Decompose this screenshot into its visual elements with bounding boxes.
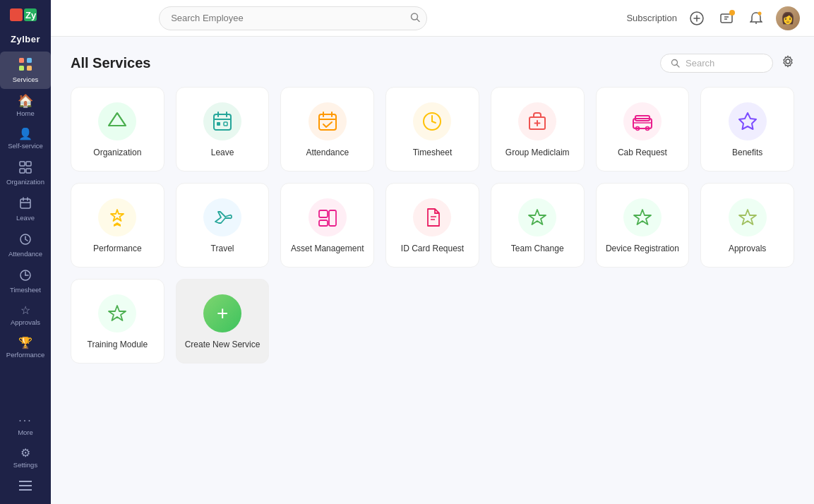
svg-rect-5 xyxy=(27,58,32,63)
service-card-group-mediclaim[interactable]: Group Mediclaim xyxy=(491,87,585,172)
service-card-benefits[interactable]: Benefits xyxy=(700,87,794,172)
help-icon-button[interactable] xyxy=(717,8,736,28)
sidebar-item-approvals[interactable]: ☆ Approvals xyxy=(0,299,51,332)
settings-icon: ⚙ xyxy=(20,448,30,459)
help-badge xyxy=(729,10,735,16)
svg-point-35 xyxy=(786,59,790,64)
svg-rect-8 xyxy=(20,162,25,166)
svg-rect-42 xyxy=(217,122,220,126)
timesheet-icon xyxy=(19,269,32,284)
service-card-timesheet[interactable]: Timesheet xyxy=(385,87,479,172)
more-icon: ··· xyxy=(18,415,32,426)
sidebar-item-timesheet[interactable]: Timesheet xyxy=(0,263,51,299)
service-card-cab-request[interactable]: Cab Request xyxy=(596,87,690,172)
timesheet-service-label: Timesheet xyxy=(413,148,453,159)
gear-icon xyxy=(782,55,794,68)
home-icon: 🏠 xyxy=(18,95,33,107)
device-registration-service-label: Device Registration xyxy=(606,244,679,255)
sidebar-item-self-service[interactable]: 👤 Self-service xyxy=(0,123,51,155)
bell-icon-button[interactable] xyxy=(746,8,766,28)
topbar: Subscription 👩 xyxy=(51,0,814,37)
sidebar-item-performance[interactable]: 🏆 Performance xyxy=(0,332,51,364)
search-employee-input[interactable] xyxy=(159,6,427,30)
content-area: All Services Search Organization xyxy=(51,37,814,504)
svg-marker-69 xyxy=(109,306,126,320)
svg-rect-60 xyxy=(319,210,328,217)
group-mediclaim-service-label: Group Mediclaim xyxy=(505,148,570,159)
svg-rect-43 xyxy=(224,122,227,126)
asset-management-service-icon xyxy=(309,198,347,236)
sidebar-item-settings[interactable]: ⚙ Settings xyxy=(0,442,51,474)
sidebar-self-service-label: Self-service xyxy=(8,142,43,150)
service-card-leave[interactable]: Leave xyxy=(176,87,270,172)
service-card-organization[interactable]: Organization xyxy=(71,87,164,172)
subscription-label[interactable]: Subscription xyxy=(626,13,677,23)
cab-request-service-label: Cab Request xyxy=(618,148,667,159)
service-card-asset-management[interactable]: Asset Management xyxy=(280,183,374,268)
user-avatar[interactable]: 👩 xyxy=(776,6,800,30)
leave-icon xyxy=(19,197,32,212)
leave-service-label: Leave xyxy=(211,148,234,159)
sidebar: Zy lber Zylber Services 🏠 Home 👤 Self-se… xyxy=(0,0,51,504)
svg-rect-10 xyxy=(20,169,25,173)
search-employee-button[interactable] xyxy=(410,12,420,24)
travel-service-label: Travel xyxy=(211,244,234,255)
sidebar-item-organization[interactable]: Organization xyxy=(0,155,51,191)
employee-search-container xyxy=(159,6,427,30)
app-logo[interactable]: Zy lber xyxy=(10,6,41,28)
sidebar-services-label: Services xyxy=(13,76,38,83)
training-module-service-label: Training Module xyxy=(88,340,148,351)
service-card-device-registration[interactable]: Device Registration xyxy=(596,183,690,268)
team-change-service-icon xyxy=(518,198,556,236)
topbar-right: Subscription 👩 xyxy=(626,6,800,30)
service-card-attendance[interactable]: Attendance xyxy=(280,87,374,172)
content-header: All Services Search xyxy=(71,54,794,73)
sidebar-approvals-label: Approvals xyxy=(11,318,40,326)
svg-rect-61 xyxy=(319,220,328,226)
search-icon xyxy=(671,59,680,68)
device-registration-service-icon xyxy=(623,198,662,236)
service-card-approvals[interactable]: Approvals xyxy=(700,183,794,268)
performance-service-label: Performance xyxy=(93,244,142,255)
svg-rect-44 xyxy=(319,114,336,130)
svg-line-34 xyxy=(677,65,680,68)
service-card-travel[interactable]: Travel xyxy=(176,183,270,268)
service-card-performance[interactable]: Performance xyxy=(71,183,164,268)
id-card-service-label: ID Card Request xyxy=(401,244,464,255)
add-icon-button[interactable] xyxy=(687,8,707,28)
attendance-icon xyxy=(19,233,32,248)
travel-service-icon xyxy=(203,198,241,236)
services-settings-button[interactable] xyxy=(782,55,794,71)
svg-line-50 xyxy=(432,121,436,123)
organization-icon xyxy=(19,161,32,176)
sidebar-item-leave[interactable]: Leave xyxy=(0,191,51,227)
logo-text: Zylber xyxy=(11,34,40,44)
service-card-training-module[interactable]: Training Module xyxy=(71,279,164,364)
sidebar-home-label: Home xyxy=(16,109,34,117)
benefits-service-icon xyxy=(729,102,767,140)
services-search-placeholder: Search xyxy=(686,58,714,68)
sidebar-item-attendance[interactable]: Attendance xyxy=(0,227,51,263)
svg-text:Zy: Zy xyxy=(25,10,37,20)
service-card-id-card-request[interactable]: ID Card Request xyxy=(385,183,479,268)
svg-rect-4 xyxy=(19,58,24,63)
create-new-icon: + xyxy=(203,294,241,332)
team-change-service-label: Team Change xyxy=(511,244,564,255)
svg-rect-9 xyxy=(26,162,31,166)
self-service-icon: 👤 xyxy=(18,128,32,140)
cab-request-service-icon xyxy=(623,102,662,140)
svg-marker-68 xyxy=(739,210,756,224)
sidebar-menu-button[interactable] xyxy=(0,474,51,498)
training-module-service-icon xyxy=(98,294,136,332)
sidebar-item-more[interactable]: ··· More xyxy=(0,409,51,442)
sidebar-organization-label: Organization xyxy=(6,178,44,186)
services-search-box[interactable]: Search xyxy=(660,54,773,73)
services-grid: Organization Leave Attendance xyxy=(71,87,794,364)
service-card-create-new[interactable]: + Create New Service xyxy=(176,279,270,364)
sidebar-item-home[interactable]: 🏠 Home xyxy=(0,89,51,123)
sidebar-item-services[interactable]: Services xyxy=(0,52,51,89)
sidebar-leave-label: Leave xyxy=(16,214,35,222)
svg-text:lber: lber xyxy=(13,24,26,25)
asset-management-service-label: Asset Management xyxy=(291,244,364,255)
service-card-team-change[interactable]: Team Change xyxy=(491,183,585,268)
